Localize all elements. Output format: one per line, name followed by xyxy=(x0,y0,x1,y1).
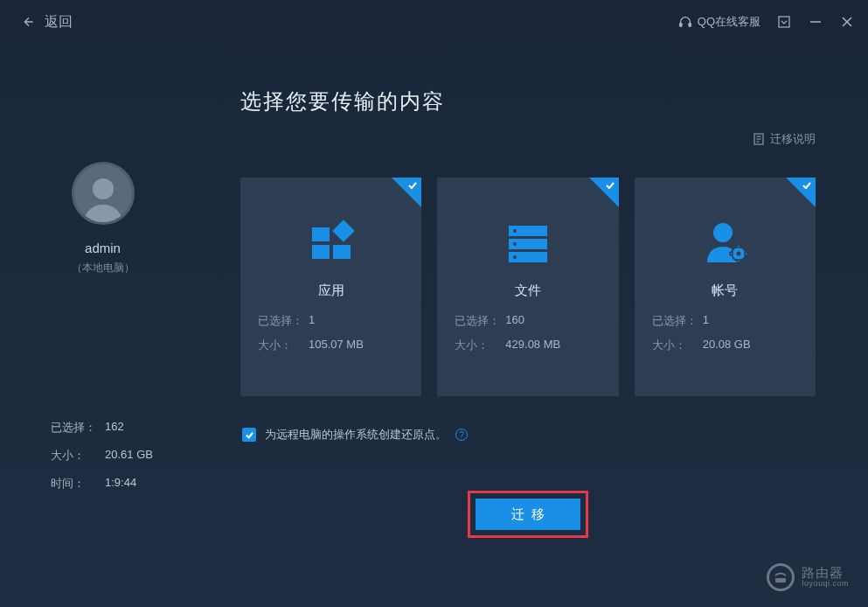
card-files-title: 文件 xyxy=(455,283,601,299)
svg-rect-0 xyxy=(679,23,681,26)
card-apps-title: 应用 xyxy=(258,283,404,299)
help-link[interactable]: 迁移说明 xyxy=(240,131,816,147)
stat-selected: 已选择： 162 xyxy=(51,420,205,436)
titlebar: 返回 QQ在线客服 xyxy=(0,0,868,44)
check-icon xyxy=(245,430,254,440)
dropdown-icon xyxy=(778,16,790,28)
watermark-logo-icon xyxy=(767,563,795,591)
back-button[interactable]: 返回 xyxy=(22,13,73,31)
sidebar-stats: 已选择： 162 大小： 20.61 GB 时间： 1:9:44 xyxy=(0,420,205,504)
svg-point-18 xyxy=(513,229,517,233)
svg-rect-25 xyxy=(738,260,740,262)
stat-size-value: 20.61 GB xyxy=(105,448,153,464)
stat-size: 大小： 20.61 GB xyxy=(51,448,205,464)
files-icon xyxy=(455,204,601,283)
sidebar: admin （本地电脑） 已选择： 162 大小： 20.61 GB 时间： 1… xyxy=(0,44,205,607)
dropdown-button[interactable] xyxy=(776,14,792,30)
avatar xyxy=(72,162,135,225)
action-wrap: 迁移 xyxy=(240,491,816,538)
watermark: 路由器 luyouqi.com xyxy=(767,563,849,591)
svg-point-19 xyxy=(513,242,517,246)
stat-time-value: 1:9:44 xyxy=(105,476,136,492)
action-highlight: 迁移 xyxy=(468,491,588,538)
page-title: 选择您要传输的内容 xyxy=(240,87,816,115)
svg-point-21 xyxy=(713,223,733,242)
titlebar-right: QQ在线客服 xyxy=(678,14,855,30)
card-files[interactable]: 文件 已选择： 160 大小： 429.08 MB xyxy=(437,178,618,396)
support-link[interactable]: QQ在线客服 xyxy=(678,14,760,30)
document-icon xyxy=(753,133,765,145)
svg-rect-26 xyxy=(730,253,733,255)
accounts-icon xyxy=(652,204,798,283)
svg-point-23 xyxy=(737,252,741,256)
svg-rect-27 xyxy=(745,253,747,255)
svg-rect-28 xyxy=(775,578,786,583)
card-apps-selected: 已选择： 1 xyxy=(258,313,404,329)
card-accounts-title: 帐号 xyxy=(652,283,798,299)
content: 选择您要传输的内容 迁移说明 xyxy=(205,44,868,607)
help-label: 迁移说明 xyxy=(770,131,816,147)
card-accounts[interactable]: 帐号 已选择： 1 大小： 20.08 GB xyxy=(635,178,816,396)
svg-point-6 xyxy=(93,178,114,199)
watermark-text: 路由器 luyouqi.com xyxy=(802,566,849,589)
migrate-button[interactable]: 迁移 xyxy=(476,499,580,530)
card-check-icon xyxy=(392,178,421,207)
info-icon[interactable]: ? xyxy=(455,429,468,441)
svg-rect-24 xyxy=(738,245,740,248)
stat-selected-label: 已选择： xyxy=(51,420,105,436)
stat-selected-value: 162 xyxy=(105,420,124,436)
apps-icon xyxy=(258,204,404,283)
card-check-icon xyxy=(589,178,619,207)
close-button[interactable] xyxy=(839,14,855,30)
card-files-size: 大小： 429.08 MB xyxy=(455,338,601,353)
svg-rect-1 xyxy=(689,23,691,26)
restore-point-row: 为远程电脑的操作系统创建还原点。 ? xyxy=(240,427,816,443)
watermark-en: luyouqi.com xyxy=(802,580,849,589)
svg-rect-2 xyxy=(779,17,789,27)
back-arrow-icon xyxy=(22,15,36,29)
svg-rect-13 xyxy=(333,245,351,259)
card-apps[interactable]: 应用 已选择： 1 大小： 105.07 MB xyxy=(240,178,421,396)
restore-point-label: 为远程电脑的操作系统创建还原点。 xyxy=(265,427,447,443)
svg-rect-14 xyxy=(332,220,354,241)
card-accounts-selected: 已选择： 1 xyxy=(652,313,798,329)
svg-rect-11 xyxy=(312,227,330,241)
close-icon xyxy=(841,16,853,28)
main: admin （本地电脑） 已选择： 162 大小： 20.61 GB 时间： 1… xyxy=(0,44,868,607)
stat-time: 时间： 1:9:44 xyxy=(51,476,205,492)
user-silhouette-icon xyxy=(77,170,129,222)
headset-icon xyxy=(678,15,692,29)
cards: 应用 已选择： 1 大小： 105.07 MB xyxy=(240,178,816,396)
stat-size-label: 大小： xyxy=(51,448,105,464)
restore-point-checkbox[interactable] xyxy=(242,428,256,442)
support-label: QQ在线客服 xyxy=(698,14,760,30)
card-apps-size: 大小： 105.07 MB xyxy=(258,338,404,353)
card-check-icon xyxy=(786,178,816,207)
user-subtitle: （本地电脑） xyxy=(72,261,135,276)
minimize-icon xyxy=(809,16,822,28)
card-files-selected: 已选择： 160 xyxy=(455,313,601,329)
svg-rect-12 xyxy=(312,245,330,259)
watermark-cn: 路由器 xyxy=(802,566,849,581)
stat-time-label: 时间： xyxy=(51,476,105,492)
svg-point-20 xyxy=(513,255,517,259)
minimize-button[interactable] xyxy=(808,14,823,30)
back-label: 返回 xyxy=(45,13,73,31)
card-accounts-size: 大小： 20.08 GB xyxy=(652,338,798,353)
username: admin xyxy=(85,241,121,255)
